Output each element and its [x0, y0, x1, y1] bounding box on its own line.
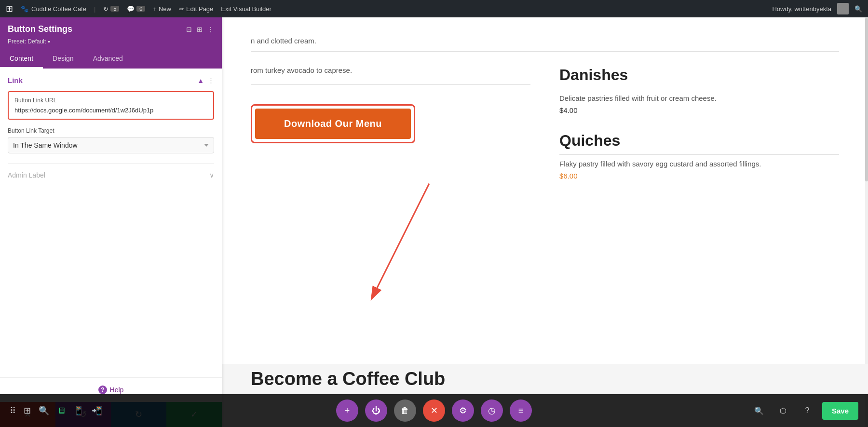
sandwich-text: rom turkey avocado to caprese. [251, 66, 352, 74]
minimize-icon[interactable]: ⊡ [186, 26, 192, 33]
quiches-section: Quiches Flaky pastry filled with savory … [559, 132, 839, 180]
more-icon[interactable]: ⋮ [207, 26, 214, 33]
save-button[interactable]: Save [822, 402, 858, 420]
panel-header-icons: ⊡ ⊞ ⋮ [186, 26, 214, 33]
become-section: Become a Coffee Club [222, 364, 868, 394]
howdy-text: Howdy, writtenbyekta [772, 5, 831, 13]
download-btn-outline: Download Our Menu [251, 104, 415, 143]
settings-button[interactable]: ⚙ [452, 399, 474, 422]
preset-arrow-icon: ▾ [48, 39, 50, 44]
tab-content[interactable]: Content [0, 50, 43, 69]
admin-bar: ⊞ 🐾 Cuddle Coffee Cafe | ↻ 5 💬 0 + New ✏… [0, 0, 868, 17]
right-column: Danishes Delicate pastries filled with f… [559, 66, 839, 197]
refresh-count[interactable]: ↻ 5 [103, 5, 119, 13]
add-module-button[interactable]: + [336, 399, 358, 422]
danishes-heading: Danishes [559, 66, 839, 84]
left-panel: Button Settings ⊡ ⊞ ⋮ Preset: Default ▾ … [0, 17, 222, 427]
content-columns: rom turkey avocado to caprese. Download … [251, 66, 839, 197]
delete-button[interactable]: 🗑 [394, 399, 416, 422]
layout-icon[interactable]: ⊞ [24, 405, 31, 416]
admin-label-toggle[interactable]: Admin Label ∨ [8, 171, 214, 179]
admin-label-chevron-icon: ∨ [209, 171, 214, 179]
admin-label-section: Admin Label ∨ [8, 163, 214, 179]
bottom-toolbar: ⠿ ⊞ 🔍 🖥 📱 📲 + ⏻ 🗑 ✕ ⚙ ◷ ≡ 🔍 ⬡ ? Save [0, 394, 868, 427]
admin-bar-right: Howdy, writtenbyekta 🔍 [772, 3, 862, 14]
panel-tabs: Content Design Advanced [0, 50, 222, 69]
desktop-icon[interactable]: 🖥 [57, 406, 66, 416]
history-button[interactable]: ◷ [481, 399, 503, 422]
quiches-desc: Flaky pastry filled with savory egg cust… [559, 160, 839, 168]
expand-icon[interactable]: ⊞ [197, 26, 203, 33]
become-heading: Become a Coffee Club [251, 369, 445, 389]
scroll-thumb [865, 18, 868, 182]
site-icon: 🐾 [21, 5, 28, 13]
wp-logo-icon: ⊞ [6, 3, 13, 14]
tab-advanced[interactable]: Advanced [83, 50, 133, 69]
exit-builder-button[interactable]: Exit Visual Builder [221, 5, 271, 13]
link-target-label: Button Link Target [8, 127, 214, 134]
search-right-icon[interactable]: 🔍 [750, 401, 768, 420]
bottom-right-icons: 🔍 ⬡ ? Save [750, 401, 858, 420]
mobile-icon[interactable]: 📲 [92, 405, 102, 416]
link-section-header: Link ▲ ⋮ [8, 76, 214, 84]
preset-label[interactable]: Preset: Default ▾ [8, 38, 214, 45]
quiches-heading: Quiches [559, 132, 839, 150]
link-section-title: Link [8, 76, 23, 84]
more-options-button[interactable]: ≡ [510, 399, 532, 422]
search-icon[interactable]: 🔍 [854, 5, 862, 13]
svg-line-1 [371, 184, 429, 300]
close-button[interactable]: ✕ [423, 399, 445, 422]
bottom-left-icons: ⠿ ⊞ 🔍 🖥 📱 📲 [10, 405, 102, 416]
comment-count[interactable]: 💬 0 [127, 5, 145, 13]
link-target-select[interactable]: In The Same Window In The New Tab [8, 137, 214, 153]
new-button[interactable]: + New [153, 5, 171, 13]
link-target-group: Button Link Target In The Same Window In… [8, 127, 214, 153]
url-field-value: https://docs.google.com/document/d/1w2J6… [14, 107, 207, 114]
search-bottom-icon[interactable]: 🔍 [39, 405, 49, 416]
panel-content: Link ▲ ⋮ Button Link URL https://docs.go… [0, 69, 222, 377]
admin-label-title: Admin Label [8, 171, 45, 179]
edit-page-button[interactable]: ✏ Edit Page [179, 5, 213, 13]
help-icon: ? [98, 386, 107, 394]
link-more-icon[interactable]: ⋮ [208, 77, 214, 84]
bottom-center-icons: + ⏻ 🗑 ✕ ⚙ ◷ ≡ [336, 399, 532, 422]
tablet-icon[interactable]: 📱 [73, 405, 84, 416]
button-link-url-field[interactable]: Button Link URL https://docs.google.com/… [8, 91, 214, 120]
layers-icon[interactable]: ⬡ [774, 401, 792, 420]
danishes-desc: Delicate pastries filled with fruit or c… [559, 94, 839, 102]
left-column: rom turkey avocado to caprese. Download … [251, 66, 530, 197]
avatar [837, 3, 849, 14]
danishes-price: $4.00 [559, 106, 839, 114]
partial-text-top: n and clotted cream. [251, 37, 316, 45]
download-menu-button[interactable]: Download Our Menu [255, 109, 411, 139]
grid-icon[interactable]: ⠿ [10, 405, 16, 416]
tab-design[interactable]: Design [43, 50, 83, 69]
panel-header: Button Settings ⊡ ⊞ ⋮ Preset: Default ▾ [0, 17, 222, 50]
help-label: Help [110, 386, 124, 394]
danishes-section: Danishes Delicate pastries filled with f… [559, 66, 839, 114]
url-field-label: Button Link URL [14, 97, 207, 104]
site-name[interactable]: 🐾 Cuddle Coffee Cafe [21, 5, 86, 13]
download-btn-wrapper: Download Our Menu [251, 104, 530, 143]
quiches-price: $6.00 [559, 172, 839, 180]
main-wrapper: Button Settings ⊡ ⊞ ⋮ Preset: Default ▾ … [0, 17, 868, 427]
help-right-icon[interactable]: ? [798, 401, 816, 420]
power-button[interactable]: ⏻ [365, 399, 387, 422]
right-content: n and clotted cream. rom turkey avocado … [222, 17, 868, 427]
link-chevron-icon[interactable]: ▲ [197, 77, 204, 84]
panel-title: Button Settings [8, 24, 72, 34]
